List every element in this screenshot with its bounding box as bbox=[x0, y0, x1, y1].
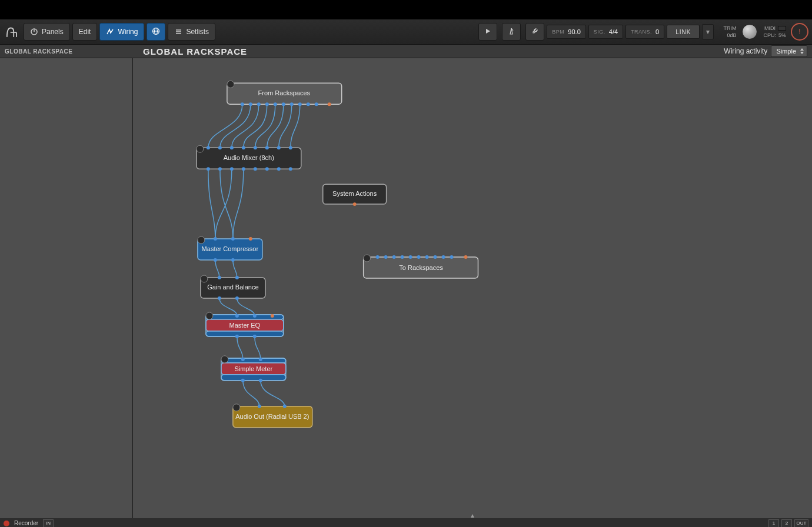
svg-point-22 bbox=[328, 102, 331, 106]
svg-point-84 bbox=[253, 335, 257, 338]
svg-point-26 bbox=[207, 146, 210, 149]
cpu-value: 5% bbox=[778, 32, 786, 38]
svg-point-90 bbox=[221, 356, 228, 363]
svg-text:System Actions: System Actions bbox=[332, 190, 377, 197]
tempo-dropdown[interactable]: ▾ bbox=[702, 24, 714, 39]
svg-text:Audio Mixer (8ch): Audio Mixer (8ch) bbox=[224, 154, 274, 161]
node-audio-out[interactable]: Audio Out (Radial USB 2) bbox=[233, 404, 312, 428]
globe-icon bbox=[152, 27, 160, 37]
svg-point-33 bbox=[289, 146, 292, 149]
channel-2-badge[interactable]: 2 bbox=[781, 519, 792, 528]
metronome-icon bbox=[507, 27, 515, 37]
app-logo[interactable] bbox=[2, 22, 21, 41]
wiring-label: Wiring bbox=[118, 28, 138, 36]
wiring-activity-select[interactable]: Simple bbox=[771, 45, 807, 57]
panels-label: Panels bbox=[42, 28, 64, 36]
node-from-rackspaces[interactable]: From Rackspaces bbox=[227, 81, 342, 106]
node-simple-meter[interactable]: Simple Meter bbox=[221, 356, 286, 382]
panels-button[interactable]: Panels bbox=[24, 23, 70, 41]
record-indicator[interactable] bbox=[4, 521, 9, 526]
svg-point-66 bbox=[401, 255, 404, 259]
setlists-button[interactable]: Setlists bbox=[168, 23, 215, 41]
wiring-button[interactable]: Wiring bbox=[99, 23, 144, 41]
panic-button[interactable]: ! bbox=[791, 23, 808, 41]
svg-point-92 bbox=[259, 358, 262, 361]
svg-point-25 bbox=[197, 145, 204, 152]
timesig-box[interactable]: SIG. 4/4 bbox=[588, 25, 623, 39]
node-to-rackspaces[interactable]: To Rackspaces bbox=[364, 255, 478, 278]
svg-point-21 bbox=[315, 102, 318, 106]
svg-point-13 bbox=[249, 102, 252, 106]
svg-point-97 bbox=[233, 404, 240, 411]
metronome-button[interactable] bbox=[502, 23, 521, 41]
wrench-icon bbox=[531, 27, 539, 37]
drawer-handle[interactable]: ▴ bbox=[464, 512, 481, 518]
out-badge[interactable]: OUT bbox=[794, 519, 808, 528]
bpm-box[interactable]: BPM 90.0 bbox=[547, 25, 585, 39]
workspace: .node-rect { rx:5; ry:5; stroke-width:1.… bbox=[0, 58, 812, 518]
svg-point-50 bbox=[249, 237, 252, 241]
sidebar-tab[interactable]: GLOBAL RACKSPACE bbox=[0, 45, 137, 58]
wiring-canvas[interactable]: .node-rect { rx:5; ry:5; stroke-width:1.… bbox=[133, 58, 812, 518]
node-system-actions[interactable]: System Actions bbox=[323, 184, 387, 206]
svg-point-27 bbox=[218, 146, 222, 149]
svg-text:Master Compressor: Master Compressor bbox=[202, 245, 259, 252]
node-master-compressor[interactable]: Master Compressor bbox=[198, 236, 262, 262]
sig-value: 4/4 bbox=[609, 28, 618, 35]
svg-point-31 bbox=[265, 146, 269, 149]
svg-point-12 bbox=[241, 102, 244, 106]
svg-point-35 bbox=[218, 167, 222, 171]
svg-point-59 bbox=[235, 296, 239, 300]
svg-point-39 bbox=[265, 167, 269, 171]
trim-label: TRIM bbox=[723, 25, 736, 31]
svg-point-41 bbox=[289, 167, 292, 171]
svg-point-55 bbox=[201, 275, 208, 282]
svg-point-58 bbox=[218, 296, 221, 300]
node-audio-mixer[interactable]: Audio Mixer (8ch) bbox=[197, 145, 301, 171]
svg-point-79 bbox=[206, 312, 213, 319]
svg-point-28 bbox=[230, 146, 234, 149]
channel-1-badge[interactable]: 1 bbox=[768, 519, 779, 528]
svg-point-64 bbox=[384, 255, 388, 259]
svg-point-11 bbox=[227, 81, 234, 88]
svg-point-94 bbox=[259, 379, 262, 382]
svg-point-16 bbox=[274, 102, 277, 106]
trans-label: TRANS. bbox=[631, 29, 652, 35]
transpose-box[interactable]: TRANS. 0 bbox=[625, 25, 664, 39]
svg-point-51 bbox=[214, 258, 217, 262]
trans-value: 0 bbox=[655, 28, 659, 35]
svg-point-49 bbox=[231, 237, 235, 241]
node-gain-balance[interactable]: Gain and Balance bbox=[201, 275, 265, 300]
in-badge[interactable]: IN bbox=[43, 519, 54, 528]
global-button[interactable] bbox=[147, 23, 165, 41]
svg-point-48 bbox=[214, 237, 217, 241]
svg-point-65 bbox=[392, 255, 396, 259]
alert-icon: ! bbox=[798, 28, 800, 36]
svg-text:Gain and Balance: Gain and Balance bbox=[207, 283, 258, 291]
svg-point-34 bbox=[207, 167, 210, 171]
svg-point-30 bbox=[254, 146, 257, 149]
svg-text:Master EQ: Master EQ bbox=[229, 322, 261, 329]
svg-point-82 bbox=[271, 314, 274, 318]
play-button[interactable] bbox=[478, 23, 497, 41]
transport-controls: BPM 90.0 SIG. 4/4 TRANS. 0 LINK ▾ bbox=[476, 23, 714, 41]
play-icon bbox=[484, 28, 491, 36]
midi-label: MIDI bbox=[764, 25, 776, 31]
footer: Recorder IN 1 2 OUT bbox=[0, 518, 812, 527]
edit-button[interactable]: Edit bbox=[72, 23, 98, 41]
svg-point-67 bbox=[409, 255, 412, 259]
tuner-button[interactable] bbox=[525, 23, 544, 41]
svg-point-47 bbox=[198, 236, 205, 244]
node-master-eq[interactable]: Master EQ bbox=[206, 312, 284, 338]
chevron-down-icon: ▾ bbox=[706, 28, 710, 36]
trim-knob[interactable] bbox=[742, 24, 757, 39]
wiring-icon bbox=[106, 28, 114, 36]
bpm-label: BPM bbox=[552, 29, 564, 35]
svg-point-62 bbox=[364, 255, 371, 262]
svg-point-98 bbox=[258, 405, 261, 408]
link-button[interactable]: LINK bbox=[667, 25, 700, 39]
svg-point-80 bbox=[235, 314, 239, 318]
canvas-svg: .node-rect { rx:5; ry:5; stroke-width:1.… bbox=[133, 58, 812, 518]
svg-rect-87 bbox=[221, 375, 286, 381]
link-label: LINK bbox=[675, 29, 691, 35]
